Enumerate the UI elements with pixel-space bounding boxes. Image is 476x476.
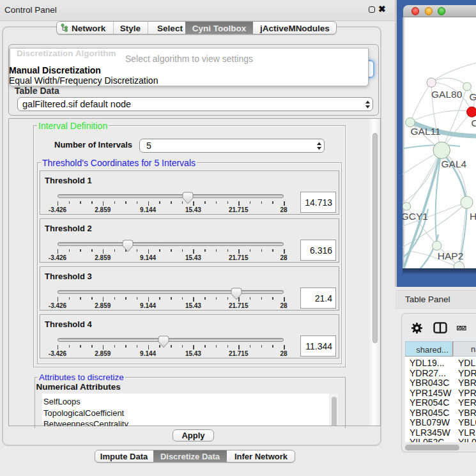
svg-text:C: C bbox=[472, 118, 476, 128]
svg-text:GAL4: GAL4 bbox=[441, 158, 467, 169]
svg-text:H: H bbox=[470, 211, 476, 222]
svg-text:GCY1: GCY1 bbox=[403, 211, 428, 222]
svg-text:GAL11: GAL11 bbox=[411, 126, 441, 137]
svg-text:HAP2: HAP2 bbox=[438, 250, 464, 261]
svg-text:GAL80: GAL80 bbox=[431, 89, 463, 100]
svg-text:GA: GA bbox=[470, 91, 476, 102]
